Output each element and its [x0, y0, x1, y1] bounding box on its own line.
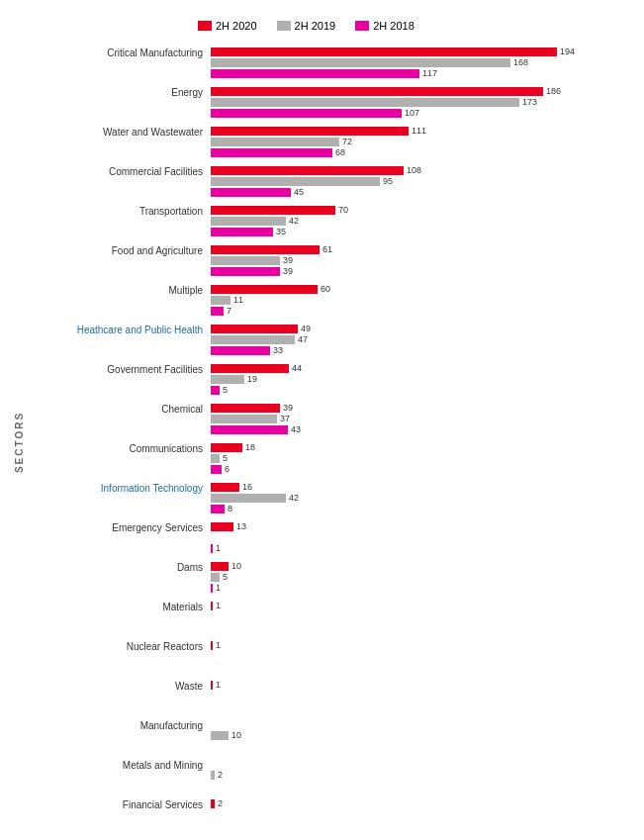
bar-value: 35 [276, 228, 286, 236]
bar-line: 95 [211, 176, 421, 186]
bar-value: 7 [227, 307, 231, 316]
bar-line: 49 [211, 324, 311, 333]
bar-rect [211, 544, 213, 553]
bar-rect [211, 494, 286, 503]
bar-rect [211, 415, 277, 423]
legend-color [277, 21, 291, 31]
bar-rect [211, 166, 404, 175]
sector-row: Water and Wastewater1117268 [28, 126, 634, 157]
bar-line: 8 [211, 504, 299, 513]
sector-name: Commercial Facilities [28, 165, 211, 177]
bar-line: 1 [211, 680, 221, 690]
bar-value: 111 [412, 127, 426, 136]
bar-line: 60 [211, 284, 330, 294]
bar-value: 45 [294, 188, 304, 197]
bar-line: 111 [211, 126, 426, 136]
sector-row: Heathcare and Public Health494733 [28, 324, 634, 355]
bar-value: 72 [342, 138, 352, 146]
bar-line: 5 [211, 572, 241, 582]
bar-rect [211, 681, 213, 690]
sector-row: Information Technology16428 [28, 482, 634, 513]
bars-group: 186173107 [211, 86, 561, 118]
bars-group: 194168117 [211, 47, 575, 78]
sector-name: Transportation [28, 205, 211, 217]
sector-name: Information Technology [28, 482, 211, 494]
bar-line: 72 [211, 137, 426, 146]
bar-value: 1 [216, 584, 221, 593]
bar-rect [211, 364, 289, 373]
bar-rect [211, 188, 291, 197]
bar-line [211, 741, 241, 751]
sector-name: Communications [28, 442, 211, 454]
bar-value: 194 [560, 47, 575, 56]
bar-rect [211, 465, 222, 474]
bar-rect [211, 228, 273, 236]
bar-value: 5 [223, 454, 228, 463]
bars-group: 704235 [211, 205, 348, 236]
bar-value: 42 [289, 494, 299, 503]
bar-rect [211, 522, 233, 531]
bar-value: 43 [291, 425, 301, 434]
bar-rect [211, 296, 230, 305]
bar-line: 2 [211, 770, 223, 780]
bar-value: 44 [292, 364, 302, 373]
bar-value: 16 [242, 483, 252, 492]
legend-color [355, 21, 369, 31]
bar-rect [211, 641, 213, 650]
bar-rect [211, 307, 224, 316]
bars-group: 1089545 [211, 165, 421, 197]
sector-name: Food and Agriculture [28, 244, 211, 256]
chart-body: Critical Manufacturing194168117Energy186… [28, 47, 634, 838]
bar-rect [211, 799, 215, 808]
bars-group: 1117268 [211, 126, 426, 157]
sector-row: Emergency Services131 [28, 521, 634, 553]
bar-value: 19 [247, 375, 257, 384]
sector-name: Energy [28, 86, 211, 98]
bar-rect [211, 771, 215, 780]
bar-value: 70 [338, 206, 348, 215]
sector-name: Metals and Mining [28, 759, 211, 771]
bar-rect [211, 584, 213, 593]
bar-line: 6 [211, 464, 255, 474]
bar-rect [211, 425, 288, 434]
bar-line: 1 [211, 601, 221, 610]
bar-value: 1 [216, 544, 221, 553]
bar-line: 39 [211, 403, 301, 413]
bar-value: 60 [321, 285, 330, 294]
bar-value: 10 [231, 731, 241, 740]
bar-value: 42 [289, 217, 299, 226]
bars-group: 393743 [211, 403, 301, 434]
bar-value: 39 [283, 404, 293, 413]
sector-name: Emergency Services [28, 521, 211, 533]
bar-rect [211, 386, 220, 395]
bar-line: 107 [211, 108, 561, 118]
sector-name: Dams [28, 561, 211, 573]
bar-value: 8 [228, 505, 232, 513]
bars-group: 1 [211, 601, 221, 632]
bar-line: 10 [211, 730, 241, 740]
bar-line: 18 [211, 442, 255, 452]
bar-line [211, 611, 221, 621]
bar-line: 42 [211, 216, 348, 226]
sector-row: Metals and Mining2 [28, 759, 634, 791]
sector-name: Critical Manufacturing [28, 47, 211, 58]
bars-group: 1051 [211, 561, 241, 593]
sector-row: Dams1051 [28, 561, 634, 593]
bar-line [211, 662, 221, 672]
bar-line [211, 781, 223, 791]
sector-row: Critical Manufacturing194168117 [28, 47, 634, 78]
sector-row: Multiple60117 [28, 284, 634, 316]
sector-row: Nuclear Reactors1 [28, 640, 634, 672]
bars-group: 131 [211, 521, 246, 553]
bars-group: 2 [211, 759, 223, 791]
legend-label: 2H 2020 [216, 20, 257, 32]
sector-name: Financial Services [28, 798, 211, 810]
bar-line [211, 622, 221, 632]
bar-value: 1 [216, 602, 221, 610]
bar-line: 173 [211, 97, 561, 107]
bar-value: 117 [422, 69, 437, 78]
bar-line: 45 [211, 187, 421, 197]
sector-row: Commercial Facilities1089545 [28, 165, 634, 197]
bar-line: 33 [211, 345, 311, 355]
bars-group: 44195 [211, 363, 302, 395]
